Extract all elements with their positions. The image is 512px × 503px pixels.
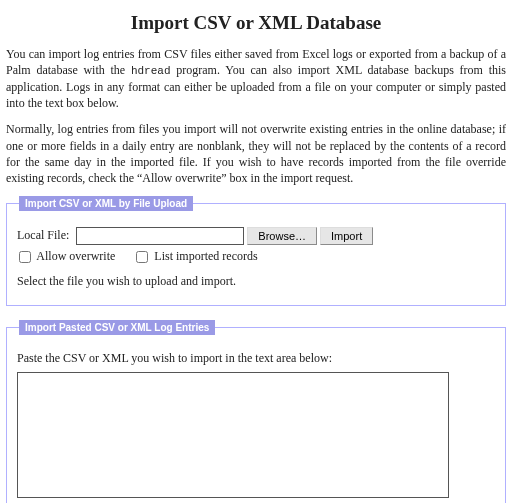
- paste-instruction: Paste the CSV or XML you wish to import …: [17, 351, 495, 366]
- intro-paragraph-2: Normally, log entries from files you imp…: [6, 121, 506, 186]
- allow-overwrite-checkbox-upload[interactable]: [19, 251, 31, 263]
- local-file-input[interactable]: [76, 227, 244, 245]
- list-imported-label-upload: List imported records: [154, 249, 257, 263]
- intro-paragraph-1: You can import log entries from CSV file…: [6, 46, 506, 111]
- local-file-label: Local File:: [17, 228, 69, 242]
- upload-hint: Select the file you wish to upload and i…: [17, 274, 495, 289]
- browse-button[interactable]: Browse…: [247, 227, 317, 245]
- paste-textarea[interactable]: [17, 372, 449, 498]
- page-title: Import CSV or XML Database: [6, 12, 506, 34]
- paste-legend: Import Pasted CSV or XML Log Entries: [19, 320, 215, 335]
- file-upload-fieldset: Import CSV or XML by File Upload Local F…: [6, 196, 506, 306]
- hdread-code: hdread: [131, 65, 171, 77]
- allow-overwrite-label-upload: Allow overwrite: [36, 249, 115, 263]
- upload-options-row: Allow overwrite List imported records: [17, 249, 495, 264]
- paste-fieldset: Import Pasted CSV or XML Log Entries Pas…: [6, 320, 506, 503]
- file-row: Local File: Browse… Import: [17, 227, 495, 245]
- file-upload-legend: Import CSV or XML by File Upload: [19, 196, 193, 211]
- list-imported-checkbox-upload[interactable]: [136, 251, 148, 263]
- import-upload-button[interactable]: Import: [320, 227, 373, 245]
